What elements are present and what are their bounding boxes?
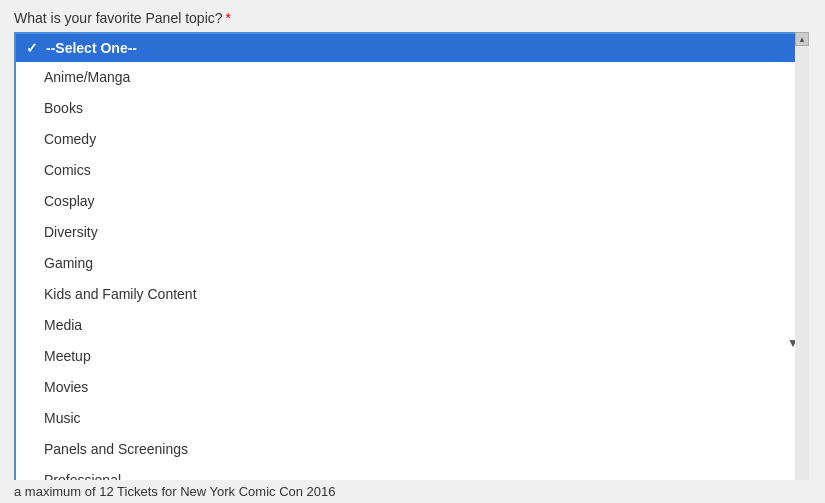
list-item[interactable]: Diversity [16,217,807,248]
scrollbar-up-button[interactable]: ▲ [795,32,809,46]
list-item[interactable]: Movies [16,372,807,403]
dropdown-scrollbar: ▲ ▼ [795,32,809,502]
selected-option[interactable]: ✓ --Select One-- ▼ [16,34,807,62]
question-text: What is your favorite Panel topic? [14,10,223,26]
list-item[interactable]: Books [16,93,807,124]
question-label: What is your favorite Panel topic?* [0,0,825,32]
list-item[interactable]: Media [16,310,807,341]
dropdown-wrapper[interactable]: ✓ --Select One-- ▼ Anime/Manga Books Com… [14,32,809,503]
dropdown-list: Anime/Manga Books Comedy Comics Cosplay … [16,62,807,503]
list-item[interactable]: Anime/Manga [16,62,807,93]
required-asterisk: * [226,10,231,26]
checkmark-icon: ✓ [26,40,38,56]
list-item[interactable]: Cosplay [16,186,807,217]
list-item[interactable]: Panels and Screenings [16,434,807,465]
dropdown-outer: ✓ --Select One-- ▼ Anime/Manga Books Com… [14,32,809,503]
list-item[interactable]: Meetup [16,341,807,372]
bottom-text: a maximum of 12 Tickets for New York Com… [0,480,825,503]
page-container: What is your favorite Panel topic?* ✓ --… [0,0,825,503]
list-item[interactable]: Gaming [16,248,807,279]
list-item[interactable]: Comedy [16,124,807,155]
list-item[interactable]: Music [16,403,807,434]
list-item[interactable]: Comics [16,155,807,186]
list-item[interactable]: Kids and Family Content [16,279,807,310]
selected-option-label: --Select One-- [46,40,137,56]
